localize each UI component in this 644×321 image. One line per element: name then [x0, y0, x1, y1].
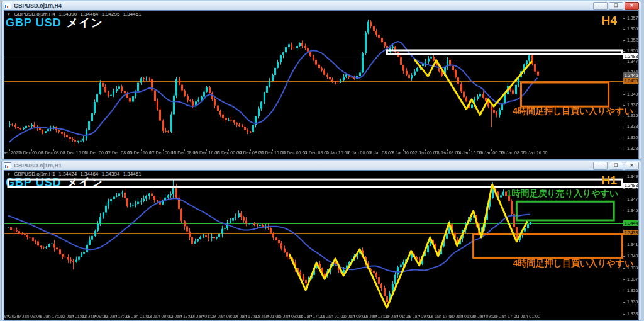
restore-button[interactable]: ❐	[609, 162, 623, 170]
restore-button[interactable]: ❐	[609, 2, 623, 10]
window-title: GBPUSD.oj1m,H4	[14, 3, 62, 9]
candlestick-canvas-h4[interactable]	[4, 11, 639, 159]
chart-window-h4: GBPUSD.oj1m,H4 — ❐ ✕ ▼ GBPUSD.oj1m,H4 1.…	[1, 1, 641, 160]
chart-window-h1: GBPUSD.oj1m,H1 — ❐ ✕ ▼ GBPUSD.oj1m,H1 1.…	[1, 160, 641, 321]
minimize-button[interactable]: —	[593, 2, 608, 10]
minimize-button[interactable]: —	[593, 162, 608, 170]
chart-window-icon	[4, 3, 11, 9]
window-titlebar-h4[interactable]: GBPUSD.oj1m,H4 — ❐ ✕	[2, 1, 641, 10]
chart-window-icon	[4, 162, 11, 169]
chart-area-h4: ▼ GBPUSD.oj1m,H4 1.34390 1.34464 1.34295…	[4, 10, 639, 159]
candlestick-canvas-h1[interactable]	[4, 171, 639, 320]
chart-area-h1: ▼ GBPUSD.oj1m,H1 1.34424 1.34464 1.34394…	[4, 170, 639, 320]
window-titlebar-h1[interactable]: GBPUSD.oj1m,H1 — ❐ ✕	[2, 161, 641, 170]
window-title: GBPUSD.oj1m,H1	[14, 162, 62, 169]
close-button[interactable]: ✕	[625, 2, 639, 10]
close-button[interactable]: ✕	[625, 162, 639, 170]
